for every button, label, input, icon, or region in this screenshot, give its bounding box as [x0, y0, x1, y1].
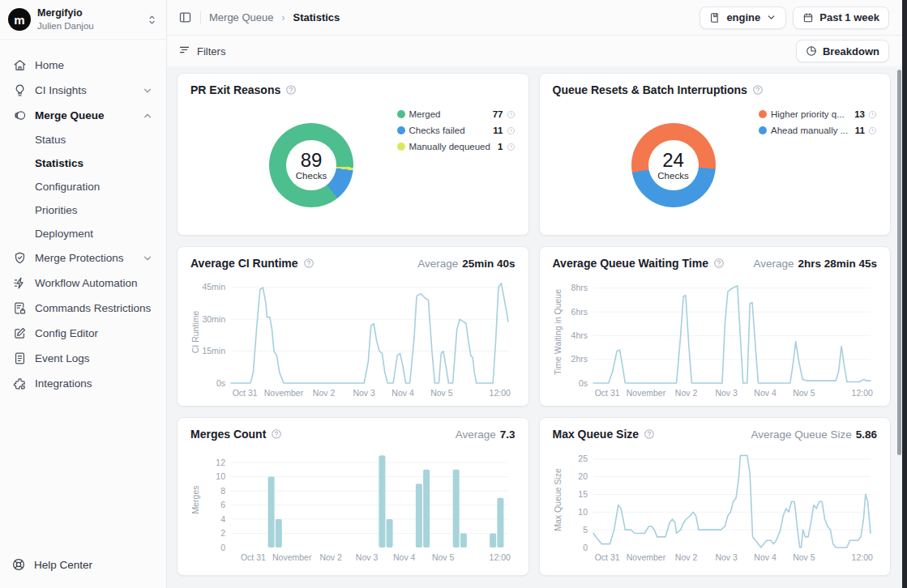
unfold-icon[interactable] — [146, 14, 158, 26]
sidebar-item-integrations[interactable]: Integrations — [6, 371, 160, 396]
card-title: PR Exit Reasons — [190, 83, 280, 96]
sidebar-item-label: Home — [35, 59, 64, 71]
history-icon — [503, 110, 516, 119]
repository-selector[interactable]: engine — [700, 6, 786, 29]
sidebar-item-event-logs[interactable]: Event Logs — [6, 346, 160, 371]
sidebar-item-configuration[interactable]: Configuration — [6, 175, 160, 198]
average-stat: Average2hrs 28min 45s — [753, 258, 877, 270]
legend-item-manually-dequeued[interactable]: Manually dequeued 1 — [397, 138, 516, 155]
sidebar-toggle-icon[interactable] — [178, 11, 192, 24]
sidebar-item-label: Commands Restrictions — [35, 302, 151, 314]
svg-text:12:00: 12:00 — [851, 552, 872, 562]
history-icon — [503, 143, 516, 151]
legend-item-ahead-manually[interactable]: Ahead manually ... 11 — [759, 122, 877, 138]
card-max-queue-size: Max Queue Size Average Queue Size5.86 05… — [539, 417, 892, 576]
legend-swatch — [397, 126, 405, 134]
sidebar-item-workflow-automation[interactable]: Workflow Automation — [6, 271, 160, 296]
svg-text:Max Queue Size: Max Queue Size — [553, 468, 563, 531]
vertical-scrollbar[interactable] — [897, 70, 901, 455]
svg-text:November: November — [264, 388, 304, 398]
svg-text:Nov 5: Nov 5 — [430, 388, 453, 398]
breadcrumb-parent[interactable]: Merge Queue — [209, 11, 274, 23]
svg-text:Nov 5: Nov 5 — [432, 552, 455, 562]
sidebar-item-deployment[interactable]: Deployment — [6, 222, 160, 245]
divider — [200, 11, 201, 24]
svg-text:Nov 2: Nov 2 — [674, 552, 697, 562]
donut-chart-pr-exit: 89 Checks — [269, 123, 353, 207]
help-icon[interactable] — [285, 84, 297, 96]
average-stat: Average7.3 — [456, 428, 516, 441]
history-icon — [865, 126, 877, 135]
legend: Higher priority q... 13 Ahead manually .… — [759, 106, 877, 207]
workspace-switcher[interactable]: m Mergifyio Julien Danjou — [0, 0, 166, 40]
help-icon[interactable] — [713, 258, 725, 269]
svg-text:Oct 31: Oct 31 — [233, 388, 258, 398]
filters-button[interactable]: Filters — [178, 44, 225, 58]
help-icon[interactable] — [303, 258, 314, 269]
help-center-button[interactable]: Help Center — [0, 546, 166, 588]
card-title: Queue Resets & Batch Interruptions — [553, 83, 747, 96]
repository-selector-value: engine — [726, 11, 760, 23]
average-stat: Average Queue Size5.86 — [751, 428, 877, 441]
chevron-up-icon — [142, 110, 153, 121]
legend-swatch — [759, 110, 767, 118]
card-title: Average CI Runtime — [190, 257, 298, 270]
sidebar-item-priorities[interactable]: Priorities — [6, 198, 160, 222]
svg-text:5: 5 — [583, 525, 588, 535]
svg-text:Nov 3: Nov 3 — [353, 388, 375, 398]
svg-text:0: 0 — [583, 543, 588, 552]
sidebar-item-label: Workflow Automation — [35, 277, 138, 289]
svg-text:12:00: 12:00 — [490, 388, 511, 398]
sidebar-item-statistics[interactable]: Statistics — [6, 151, 160, 175]
legend-item-higher-priority[interactable]: Higher priority q... 13 — [759, 106, 877, 122]
card-title: Merges Count — [190, 428, 266, 441]
sidebar-item-status[interactable]: Status — [6, 128, 160, 151]
bar-chart-merges[interactable]: 024681012Oct 31NovemberNov 2Nov 3Nov 4No… — [190, 444, 515, 567]
sidebar-item-label: Merge Protections — [35, 252, 124, 264]
sidebar-item-label: Integrations — [35, 377, 92, 390]
help-icon[interactable] — [752, 84, 764, 96]
merge-queue-icon — [13, 109, 27, 122]
document-lines-icon — [13, 352, 27, 365]
donut-center-label: Checks — [296, 171, 327, 181]
sidebar-item-label: Config Editor — [35, 327, 98, 339]
date-range-selector[interactable]: Past 1 week — [793, 6, 889, 29]
sidebar-item-ci-insights[interactable]: CI Insights — [6, 78, 160, 103]
svg-text:Merges: Merges — [190, 485, 200, 513]
sidebar-item-commands-restrictions[interactable]: Commands Restrictions — [6, 296, 160, 321]
line-chart-max-queue-size[interactable]: 0510152025Oct 31NovemberNov 2Nov 3Nov 4N… — [553, 444, 877, 567]
history-icon — [865, 110, 877, 119]
svg-text:2hrs: 2hrs — [571, 354, 587, 364]
chevron-down-icon — [142, 253, 153, 264]
sidebar-item-config-editor[interactable]: Config Editor — [6, 321, 160, 346]
breakdown-button[interactable]: Breakdown — [796, 40, 889, 62]
legend-label: Checks failed — [409, 126, 489, 135]
card-pr-exit-reasons: PR Exit Reasons 89 Checks Merged 77 — [177, 73, 529, 236]
sidebar-item-merge-protections[interactable]: Merge Protections — [6, 245, 160, 271]
chevron-down-icon — [142, 85, 153, 96]
svg-text:12: 12 — [216, 458, 225, 467]
svg-text:Nov 2: Nov 2 — [319, 552, 342, 562]
svg-text:15: 15 — [578, 489, 588, 499]
svg-text:Nov 4: Nov 4 — [393, 552, 416, 562]
workspace-user: Julien Danjou — [37, 20, 139, 32]
sidebar-item-home[interactable]: Home — [6, 53, 160, 78]
help-icon[interactable] — [271, 428, 282, 440]
help-icon[interactable] — [644, 428, 655, 440]
svg-text:Oct 31: Oct 31 — [594, 552, 619, 562]
line-chart-queue-waiting[interactable]: 0s2hrs4hrs6hrs8hrsOct 31NovemberNov 2Nov… — [553, 273, 877, 403]
legend-value: 77 — [493, 109, 503, 119]
legend-item-merged[interactable]: Merged 77 — [397, 106, 516, 122]
svg-text:2: 2 — [220, 528, 225, 538]
puzzle-icon — [13, 377, 27, 390]
sidebar-item-label: CI Insights — [35, 84, 87, 96]
sidebar-nav: Home CI Insights Merge Queue Status Stat… — [0, 40, 166, 546]
legend-item-checks-failed[interactable]: Checks failed 11 — [397, 122, 516, 138]
legend-value: 13 — [854, 109, 865, 119]
line-chart-ci-runtime[interactable]: 0s15min30min45minOct 31NovemberNov 2Nov … — [190, 273, 515, 403]
legend-label: Manually dequeued — [409, 142, 494, 151]
svg-text:Nov 4: Nov 4 — [754, 552, 777, 562]
lifebuoy-icon — [11, 557, 26, 572]
svg-text:6hrs: 6hrs — [571, 307, 587, 317]
sidebar-item-merge-queue[interactable]: Merge Queue — [6, 103, 160, 128]
